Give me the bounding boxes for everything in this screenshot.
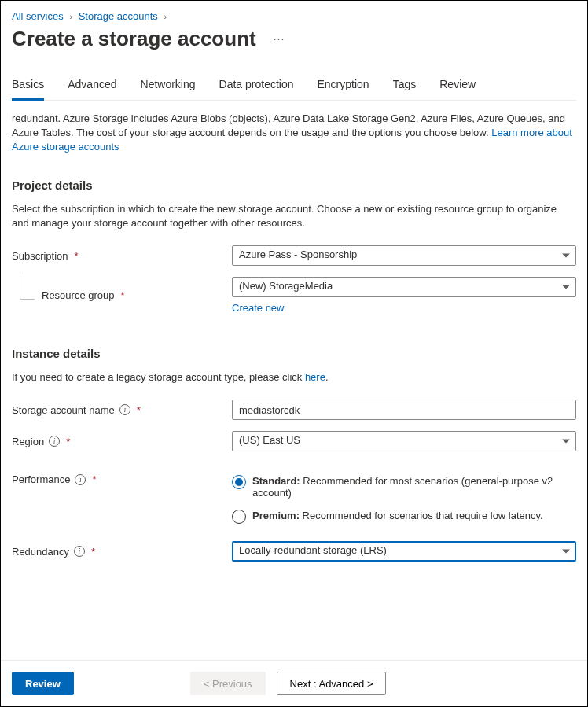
tab-review[interactable]: Review: [439, 73, 476, 100]
breadcrumb-storage-accounts[interactable]: Storage accounts: [79, 10, 158, 22]
performance-standard-radio[interactable]: Standard: Recommended for most scenarios…: [232, 475, 576, 499]
review-button[interactable]: Review: [12, 672, 74, 695]
tab-tags[interactable]: Tags: [393, 73, 417, 100]
redundancy-select[interactable]: Locally-redundant storage (LRS): [232, 541, 576, 562]
radio-icon: [232, 475, 246, 489]
section-project-details: Project details: [12, 179, 576, 192]
create-new-resource-group-link[interactable]: Create new: [232, 302, 284, 314]
performance-premium-text: Premium: Recommended for scenarios that …: [252, 510, 543, 521]
tab-data-protection[interactable]: Data protection: [219, 73, 294, 100]
next-advanced-button[interactable]: Next : Advanced >: [277, 672, 387, 695]
breadcrumb-all-services[interactable]: All services: [12, 10, 64, 22]
legacy-here-link[interactable]: here: [305, 371, 325, 383]
info-icon[interactable]: i: [49, 436, 60, 447]
tab-advanced[interactable]: Advanced: [68, 73, 116, 100]
region-label: Region i *: [12, 436, 232, 447]
storage-account-name-input[interactable]: [232, 400, 576, 420]
performance-standard-text: Standard: Recommended for most scenarios…: [252, 475, 576, 499]
more-actions-icon[interactable]: ···: [270, 29, 288, 48]
info-icon[interactable]: i: [119, 404, 130, 415]
legacy-account-note: If you need to create a legacy storage a…: [12, 370, 576, 385]
radio-icon: [232, 510, 246, 524]
storage-account-name-label: Storage account name i *: [12, 404, 232, 416]
info-icon[interactable]: i: [75, 474, 86, 485]
resource-group-label: Resource group*: [12, 289, 232, 301]
tab-networking[interactable]: Networking: [141, 73, 196, 100]
redundancy-label: Redundancy i *: [12, 546, 232, 558]
subscription-label: Subscription*: [12, 250, 232, 262]
intro-text-body: redundant. Azure Storage includes Azure …: [12, 112, 565, 138]
tab-encryption[interactable]: Encryption: [318, 73, 369, 100]
page-title: Create a storage account: [12, 27, 256, 51]
subscription-select[interactable]: Azure Pass - Sponsorship: [232, 245, 576, 266]
region-select[interactable]: (US) East US: [232, 431, 576, 451]
wizard-footer: Review < Previous Next : Advanced >: [1, 660, 587, 706]
chevron-right-icon: ›: [69, 12, 72, 21]
section-instance-details: Instance details: [12, 347, 576, 360]
tab-bar: Basics Advanced Networking Data protecti…: [12, 73, 576, 101]
project-details-desc: Select the subscription in which to crea…: [12, 202, 576, 232]
resource-group-select[interactable]: (New) StorageMedia: [232, 277, 576, 297]
info-icon[interactable]: i: [74, 546, 85, 557]
tab-basics[interactable]: Basics: [12, 73, 44, 101]
performance-label: Performance i *: [12, 473, 232, 485]
previous-button[interactable]: < Previous: [190, 672, 266, 695]
breadcrumb: All services › Storage accounts ›: [12, 9, 576, 22]
chevron-right-icon: ›: [164, 12, 167, 21]
intro-text: redundant. Azure Storage includes Azure …: [12, 112, 576, 155]
performance-premium-radio[interactable]: Premium: Recommended for scenarios that …: [232, 510, 576, 524]
